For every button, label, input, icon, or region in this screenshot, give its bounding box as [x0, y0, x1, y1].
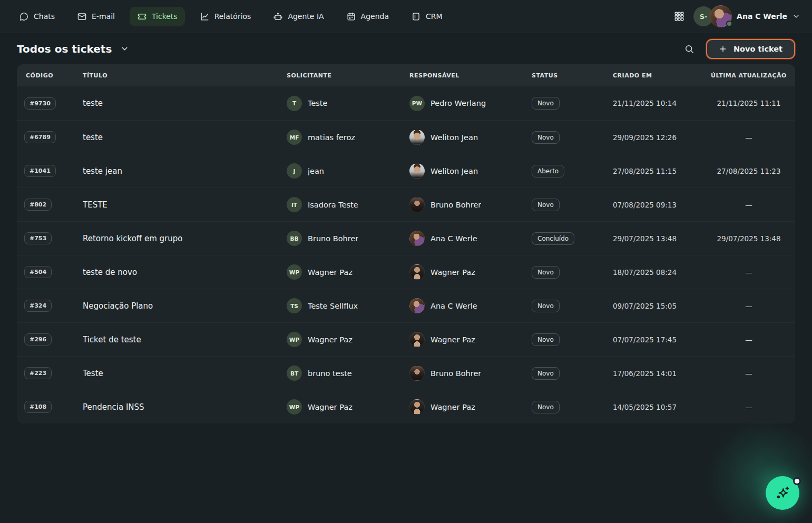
requester-avatar: BB	[287, 231, 302, 246]
requester-cell: WP Wagner Paz	[287, 332, 409, 347]
assignee-cell: Wagner Paz	[409, 332, 532, 347]
created-at-cell: 07/08/2025 09:13	[613, 201, 702, 209]
status-cell: Concluído	[532, 232, 613, 245]
view-selector-chevron-icon[interactable]	[120, 44, 129, 53]
table-row[interactable]: #504 teste de novo WP Wagner Paz Wagner …	[17, 255, 795, 289]
status-badge: Novo	[532, 97, 560, 110]
ticket-title-cell: Pendencia INSS	[83, 402, 287, 412]
requester-cell: WP Wagner Paz	[287, 264, 409, 280]
nav-item-crm[interactable]: CRM	[404, 7, 450, 26]
status-badge: Novo	[532, 333, 560, 346]
requester-cell: BB Bruno Bohrer	[287, 231, 409, 246]
assignee-avatar	[409, 264, 425, 280]
assignee-avatar: PW	[409, 96, 425, 111]
table-row[interactable]: #802 TESTE IT Isadora Teste Bruno Bohrer…	[17, 188, 795, 221]
requester-cell: BT bruno teste	[287, 366, 409, 381]
requester-name: Wagner Paz	[308, 268, 353, 277]
requester-name: jean	[308, 167, 324, 175]
ticket-code-cell: #223	[17, 367, 83, 379]
nav-item-label: Agenda	[361, 12, 389, 21]
status-cell: Novo	[532, 367, 613, 380]
status-cell: Novo	[532, 131, 613, 144]
requester-cell: TS Teste Sellflux	[287, 298, 409, 313]
table-row[interactable]: #1041 teste jean J jean Weliton Jean Abe…	[17, 154, 795, 188]
fab-glow	[707, 420, 812, 523]
table-row[interactable]: #9730 teste T Teste PW Pedro Werlang Nov…	[17, 86, 795, 120]
status-cell: Novo	[532, 401, 613, 413]
created-at-cell: 09/07/2025 15:05	[613, 302, 702, 310]
status-badge: Concluído	[532, 232, 574, 245]
nav-item-chats[interactable]: Chats	[12, 7, 62, 26]
assignee-name: Bruno Bohrer	[431, 369, 481, 378]
user-menu[interactable]: S- Ana C Werle	[693, 5, 800, 27]
status-badge: Novo	[532, 199, 560, 211]
table-row[interactable]: #6789 teste MF matias feroz Weliton Jean…	[17, 120, 795, 154]
status-cell: Aberto	[532, 165, 613, 177]
requester-avatar: BT	[287, 366, 302, 381]
chat-icon	[19, 12, 29, 22]
assignee-avatar	[409, 130, 425, 145]
nav-item-agenda[interactable]: Agenda	[339, 7, 396, 26]
nav-item-agente-ia[interactable]: Agente IA	[266, 7, 331, 26]
created-at-cell: 29/09/2025 12:26	[613, 133, 702, 142]
requester-name: Wagner Paz	[308, 335, 353, 344]
ticket-title-cell: Ticket de teste	[83, 335, 287, 344]
table-row[interactable]: #753 Retorno kickoff em grupo BB Bruno B…	[17, 221, 795, 255]
nav-item-label: Agente IA	[288, 12, 324, 21]
main-nav: Chats E-mail Tickets Relatórios Agente I…	[12, 7, 450, 26]
table-row[interactable]: #223 Teste BT bruno teste Bruno Bohrer N…	[17, 356, 795, 390]
status-badge: Novo	[532, 401, 560, 413]
ticket-title-cell: TESTE	[83, 200, 287, 210]
column-header-1: Código	[17, 72, 83, 79]
ticket-title-cell: teste jean	[83, 166, 287, 176]
assignee-name: Weliton Jean	[431, 133, 478, 142]
ticket-code-badge: #296	[24, 333, 52, 346]
assignee-avatar	[409, 399, 425, 415]
ticket-title-cell: teste	[83, 133, 287, 142]
updated-at-cell: —	[702, 335, 795, 344]
status-cell: Novo	[532, 300, 613, 312]
status-badge: Novo	[532, 367, 560, 380]
created-at-cell: 29/07/2025 13:48	[613, 234, 702, 243]
ticket-code-badge: #504	[24, 266, 52, 278]
nav-item-e-mail[interactable]: E-mail	[70, 7, 122, 26]
nav-item-label: Relatórios	[214, 12, 251, 21]
assignee-avatar	[409, 231, 425, 246]
created-at-cell: 21/11/2025 10:14	[613, 99, 702, 107]
robot-icon	[273, 12, 283, 22]
requester-name: Isadora Teste	[308, 201, 358, 209]
status-badge: Novo	[532, 300, 560, 312]
assignee-avatar	[409, 366, 425, 381]
requester-avatar: T	[287, 96, 302, 111]
online-status-dot	[726, 21, 732, 27]
new-ticket-button[interactable]: Novo ticket	[706, 39, 795, 59]
column-header-7: Última atualização	[702, 72, 795, 79]
ticket-code-cell: #6789	[17, 131, 83, 143]
assignee-cell: Weliton Jean	[409, 130, 532, 145]
updated-at-cell: —	[702, 369, 795, 378]
updated-at-cell: —	[702, 133, 795, 142]
requester-avatar: WP	[287, 332, 302, 347]
column-header-5: Status	[532, 72, 613, 79]
user-avatar	[710, 5, 732, 27]
assignee-cell: Ana C Werle	[409, 231, 532, 246]
updated-at-cell: —	[702, 403, 795, 411]
nav-item-relat-rios[interactable]: Relatórios	[192, 7, 259, 26]
search-icon[interactable]	[684, 44, 694, 54]
assignee-avatar	[409, 197, 425, 212]
ticket-code-badge: #802	[24, 199, 52, 211]
table-row[interactable]: #296 Ticket de teste WP Wagner Paz Wagne…	[17, 322, 795, 356]
ticket-code-cell: #9730	[17, 97, 83, 110]
requester-avatar: MF	[287, 130, 302, 145]
assignee-name: Wagner Paz	[431, 403, 475, 411]
nav-item-tickets[interactable]: Tickets	[130, 7, 185, 26]
table-header-row: CódigoTítuloSolicitanteResponsávelStatus…	[17, 64, 795, 86]
created-at-cell: 07/07/2025 17:45	[613, 335, 702, 344]
status-cell: Novo	[532, 266, 613, 279]
table-row[interactable]: #108 Pendencia INSS WP Wagner Paz Wagner…	[17, 390, 795, 423]
assignee-cell: PW Pedro Werlang	[409, 96, 532, 111]
assignee-cell: Ana C Werle	[409, 298, 532, 313]
fab-notification-badge	[793, 477, 801, 485]
table-row[interactable]: #324 Negociação Plano TS Teste Sellflux …	[17, 289, 795, 322]
apps-grid-icon[interactable]	[673, 11, 685, 22]
